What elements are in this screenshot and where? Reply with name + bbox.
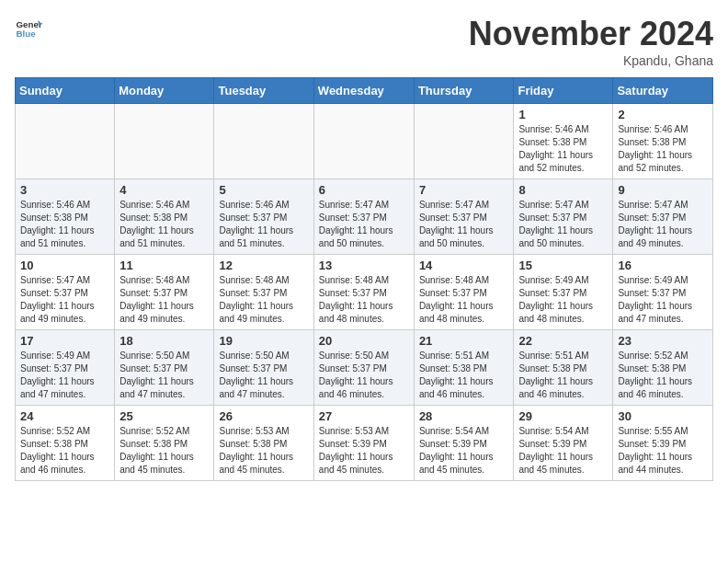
calendar-cell: 17Sunrise: 5:49 AM Sunset: 5:37 PM Dayli… [16, 330, 115, 406]
day-number: 9 [618, 183, 708, 197]
day-info: Sunrise: 5:54 AM Sunset: 5:39 PM Dayligh… [518, 425, 608, 477]
day-number: 21 [419, 334, 509, 348]
day-info: Sunrise: 5:46 AM Sunset: 5:38 PM Dayligh… [20, 199, 109, 250]
day-number: 11 [119, 259, 209, 272]
day-info: Sunrise: 5:47 AM Sunset: 5:37 PM Dayligh… [618, 199, 708, 250]
weekday-header: Sunday [16, 78, 115, 104]
day-number: 24 [20, 409, 109, 423]
day-number: 19 [219, 334, 308, 348]
calendar-cell: 9Sunrise: 5:47 AM Sunset: 5:37 PM Daylig… [613, 179, 713, 255]
day-info: Sunrise: 5:48 AM Sunset: 5:37 PM Dayligh… [319, 274, 409, 326]
day-info: Sunrise: 5:48 AM Sunset: 5:37 PM Dayligh… [419, 274, 509, 326]
day-number: 29 [518, 409, 608, 423]
day-info: Sunrise: 5:47 AM Sunset: 5:37 PM Dayligh… [518, 199, 608, 250]
calendar-cell: 26Sunrise: 5:53 AM Sunset: 5:38 PM Dayli… [214, 406, 313, 481]
weekday-header: Friday [514, 78, 613, 104]
calendar-cell: 1Sunrise: 5:46 AM Sunset: 5:38 PM Daylig… [514, 104, 613, 179]
weekday-header: Saturday [613, 78, 713, 104]
calendar-cell: 23Sunrise: 5:52 AM Sunset: 5:38 PM Dayli… [613, 330, 713, 406]
calendar-cell [414, 104, 514, 179]
calendar-week-row: 3Sunrise: 5:46 AM Sunset: 5:38 PM Daylig… [16, 179, 713, 255]
title-block: November 2024 Kpandu, Ghana [469, 15, 713, 68]
calendar-cell: 8Sunrise: 5:47 AM Sunset: 5:37 PM Daylig… [514, 179, 613, 255]
day-number: 7 [419, 183, 509, 197]
calendar-cell [313, 104, 414, 179]
day-info: Sunrise: 5:52 AM Sunset: 5:38 PM Dayligh… [20, 425, 109, 477]
calendar-week-row: 24Sunrise: 5:52 AM Sunset: 5:38 PM Dayli… [16, 406, 713, 481]
day-number: 2 [618, 108, 708, 121]
calendar-cell: 11Sunrise: 5:48 AM Sunset: 5:37 PM Dayli… [115, 255, 214, 330]
calendar-cell: 14Sunrise: 5:48 AM Sunset: 5:37 PM Dayli… [414, 255, 514, 330]
day-number: 22 [518, 334, 608, 348]
weekday-header: Tuesday [214, 78, 313, 104]
calendar-cell: 12Sunrise: 5:48 AM Sunset: 5:37 PM Dayli… [214, 255, 313, 330]
svg-text:Blue: Blue [17, 29, 37, 39]
day-info: Sunrise: 5:49 AM Sunset: 5:37 PM Dayligh… [618, 274, 708, 326]
day-number: 8 [518, 183, 608, 197]
day-info: Sunrise: 5:48 AM Sunset: 5:37 PM Dayligh… [119, 274, 209, 326]
day-number: 18 [119, 334, 209, 348]
day-info: Sunrise: 5:47 AM Sunset: 5:37 PM Dayligh… [20, 274, 109, 326]
calendar-cell: 25Sunrise: 5:52 AM Sunset: 5:38 PM Dayli… [115, 406, 214, 481]
day-info: Sunrise: 5:49 AM Sunset: 5:37 PM Dayligh… [20, 350, 109, 401]
calendar-cell: 29Sunrise: 5:54 AM Sunset: 5:39 PM Dayli… [514, 406, 613, 481]
day-info: Sunrise: 5:47 AM Sunset: 5:37 PM Dayligh… [419, 199, 509, 250]
calendar-cell: 4Sunrise: 5:46 AM Sunset: 5:38 PM Daylig… [115, 179, 214, 255]
day-info: Sunrise: 5:47 AM Sunset: 5:37 PM Dayligh… [319, 199, 409, 250]
day-info: Sunrise: 5:55 AM Sunset: 5:39 PM Dayligh… [618, 425, 708, 477]
calendar-cell: 15Sunrise: 5:49 AM Sunset: 5:37 PM Dayli… [514, 255, 613, 330]
day-info: Sunrise: 5:46 AM Sunset: 5:38 PM Dayligh… [119, 199, 209, 250]
day-info: Sunrise: 5:51 AM Sunset: 5:38 PM Dayligh… [518, 350, 608, 401]
day-info: Sunrise: 5:51 AM Sunset: 5:38 PM Dayligh… [419, 350, 509, 401]
day-info: Sunrise: 5:46 AM Sunset: 5:37 PM Dayligh… [219, 199, 308, 250]
page-header: General Blue November 2024 Kpandu, Ghana [15, 15, 713, 68]
calendar-cell: 22Sunrise: 5:51 AM Sunset: 5:38 PM Dayli… [514, 330, 613, 406]
calendar-cell: 5Sunrise: 5:46 AM Sunset: 5:37 PM Daylig… [214, 179, 313, 255]
calendar-cell: 10Sunrise: 5:47 AM Sunset: 5:37 PM Dayli… [16, 255, 115, 330]
day-number: 25 [119, 409, 209, 423]
day-number: 23 [618, 334, 708, 348]
day-info: Sunrise: 5:54 AM Sunset: 5:39 PM Dayligh… [419, 425, 509, 477]
day-info: Sunrise: 5:53 AM Sunset: 5:39 PM Dayligh… [319, 425, 409, 477]
day-info: Sunrise: 5:48 AM Sunset: 5:37 PM Dayligh… [219, 274, 308, 326]
day-info: Sunrise: 5:49 AM Sunset: 5:37 PM Dayligh… [518, 274, 608, 326]
calendar-cell: 3Sunrise: 5:46 AM Sunset: 5:38 PM Daylig… [16, 179, 115, 255]
day-info: Sunrise: 5:52 AM Sunset: 5:38 PM Dayligh… [119, 425, 209, 477]
calendar-cell: 30Sunrise: 5:55 AM Sunset: 5:39 PM Dayli… [613, 406, 713, 481]
logo-icon: General Blue [15, 15, 42, 42]
day-number: 3 [20, 183, 109, 197]
day-number: 17 [20, 334, 109, 348]
calendar-cell: 7Sunrise: 5:47 AM Sunset: 5:37 PM Daylig… [414, 179, 514, 255]
calendar-cell [214, 104, 313, 179]
calendar-cell [115, 104, 214, 179]
day-number: 26 [219, 409, 308, 423]
calendar-cell: 24Sunrise: 5:52 AM Sunset: 5:38 PM Dayli… [16, 406, 115, 481]
location: Kpandu, Ghana [469, 53, 713, 68]
day-number: 27 [319, 409, 409, 423]
day-number: 5 [219, 183, 308, 197]
day-number: 4 [119, 183, 209, 197]
weekday-header: Monday [115, 78, 214, 104]
weekday-header: Wednesday [313, 78, 414, 104]
calendar-cell: 28Sunrise: 5:54 AM Sunset: 5:39 PM Dayli… [414, 406, 514, 481]
month-title: November 2024 [469, 15, 713, 53]
calendar-week-row: 10Sunrise: 5:47 AM Sunset: 5:37 PM Dayli… [16, 255, 713, 330]
day-info: Sunrise: 5:50 AM Sunset: 5:37 PM Dayligh… [219, 350, 308, 401]
day-info: Sunrise: 5:50 AM Sunset: 5:37 PM Dayligh… [319, 350, 409, 401]
day-number: 28 [419, 409, 509, 423]
calendar-cell: 20Sunrise: 5:50 AM Sunset: 5:37 PM Dayli… [313, 330, 414, 406]
calendar-table: SundayMondayTuesdayWednesdayThursdayFrid… [15, 77, 713, 481]
day-number: 30 [618, 409, 708, 423]
logo: General Blue [15, 15, 42, 42]
calendar-header-row: SundayMondayTuesdayWednesdayThursdayFrid… [16, 78, 713, 104]
day-number: 10 [20, 259, 109, 272]
day-number: 16 [618, 259, 708, 272]
calendar-cell: 6Sunrise: 5:47 AM Sunset: 5:37 PM Daylig… [313, 179, 414, 255]
calendar-cell [16, 104, 115, 179]
day-number: 14 [419, 259, 509, 272]
calendar-week-row: 17Sunrise: 5:49 AM Sunset: 5:37 PM Dayli… [16, 330, 713, 406]
day-info: Sunrise: 5:46 AM Sunset: 5:38 PM Dayligh… [518, 123, 608, 175]
calendar-cell: 19Sunrise: 5:50 AM Sunset: 5:37 PM Dayli… [214, 330, 313, 406]
calendar-cell: 16Sunrise: 5:49 AM Sunset: 5:37 PM Dayli… [613, 255, 713, 330]
calendar-cell: 27Sunrise: 5:53 AM Sunset: 5:39 PM Dayli… [313, 406, 414, 481]
